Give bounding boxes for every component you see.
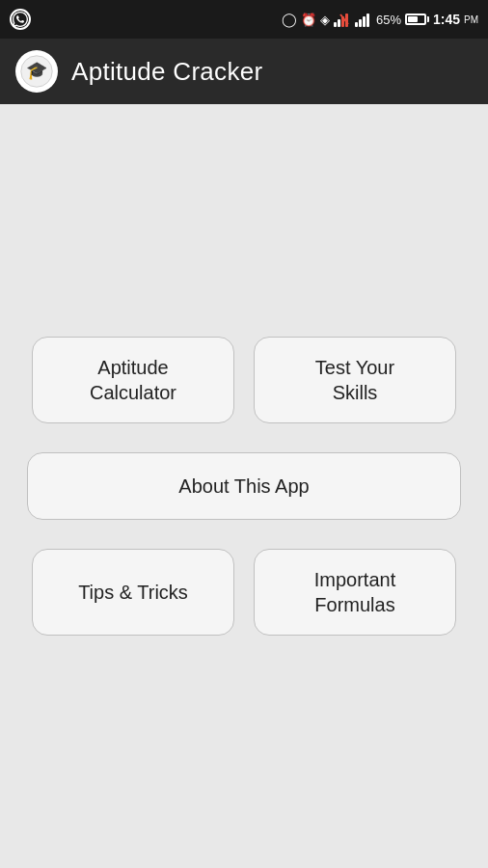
ampm-display: PM [464, 14, 478, 25]
svg-rect-6 [359, 19, 362, 27]
button-row-1: AptitudeCalculator Test YourSkills [19, 337, 469, 423]
nav-icon: ◈ [320, 13, 330, 27]
app-bar: 🎓 Aptitude Cracker [0, 39, 488, 104]
svg-rect-5 [355, 22, 358, 27]
clock-icon: ⏰ [301, 13, 316, 27]
status-right-icons: ◯ ⏰ ◈ 65% 1:45 PM [282, 12, 478, 27]
signal-crossed-icon [334, 12, 351, 27]
time-display: 1:45 [433, 12, 460, 27]
important-formulas-button[interactable]: ImportantFormulas [254, 549, 456, 636]
status-bar: ◯ ⏰ ◈ 65% 1:45 PM [0, 0, 488, 39]
svg-rect-0 [334, 22, 337, 27]
test-your-skills-button[interactable]: Test YourSkills [254, 337, 456, 423]
app-logo: 🎓 [15, 50, 58, 93]
status-left [10, 9, 31, 30]
svg-text:🎓: 🎓 [26, 60, 48, 81]
about-this-app-button[interactable]: About This App [27, 452, 461, 520]
battery-icon [405, 14, 429, 25]
whatsapp-icon [10, 9, 31, 30]
svg-rect-8 [366, 14, 369, 27]
aptitude-calculator-button[interactable]: AptitudeCalculator [32, 337, 234, 423]
tips-tricks-button[interactable]: Tips & Tricks [32, 549, 234, 636]
button-row-2: About This App [19, 452, 469, 520]
svg-rect-1 [338, 19, 340, 27]
signal-icon [355, 12, 372, 27]
bluetooth-icon: ◯ [282, 12, 297, 27]
main-content: AptitudeCalculator Test YourSkills About… [0, 104, 488, 868]
app-title: Aptitude Cracker [71, 57, 262, 87]
svg-rect-7 [363, 16, 366, 27]
button-row-3: Tips & Tricks ImportantFormulas [19, 549, 469, 636]
battery-percent: 65% [376, 13, 401, 27]
